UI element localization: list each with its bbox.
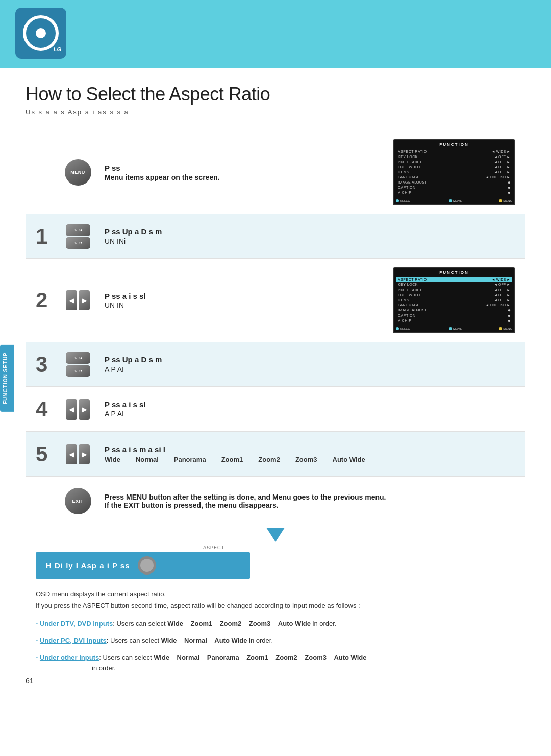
step-text-5: P ss a i s m a si l Wide Normal Panorama… bbox=[99, 445, 515, 463]
mini-screen-rows: ASPECT RATIO ◄ WIDE ► KEY LOCK ◄ OFF ► P… bbox=[396, 149, 512, 198]
step-text-4: P ss a i s sl A P AI bbox=[99, 400, 515, 418]
step-text-3: P ss Up a D s m A P AI bbox=[99, 355, 515, 373]
mini-row-h6: IMAGE ADJUST ◆ bbox=[396, 308, 512, 312]
mini-row-8: V-CHIP ◆ bbox=[396, 190, 512, 195]
mini-screen-rows-2: ASPECT RATIO ◄ WIDE ► KEY LOCK ◄ OFF ► P… bbox=[396, 277, 512, 326]
exit-button-icon: EXIT bbox=[64, 487, 92, 515]
lr-btn-5: ◀ ▶ bbox=[66, 444, 90, 464]
ud-bot-1: FOR▼ bbox=[66, 237, 90, 249]
final-row: EXIT Press MENU button after the setting… bbox=[26, 477, 525, 525]
display-banner: ASPECT H Di ly I Asp a i P ss bbox=[36, 552, 250, 579]
logo-text: LG bbox=[54, 46, 61, 53]
info-text-2: If you press the ASPECT button second ti… bbox=[36, 600, 515, 611]
page-number: 61 bbox=[26, 676, 34, 685]
option-wide: Wide bbox=[105, 456, 120, 463]
mini-screen-step2: FUNCTION ASPECT RATIO ◄ WIDE ► KEY LOCK … bbox=[393, 267, 515, 333]
mini-row-5: LANGUAGE ◄ ENGLISH ► bbox=[396, 175, 512, 179]
option-zoom2: Zoom2 bbox=[258, 456, 280, 463]
mini-row-3: FULL WHITE ◄ OFF ► bbox=[396, 165, 512, 169]
step5-btn-icon: ◀ ▶ bbox=[64, 440, 92, 468]
option-autowide: Auto Wide bbox=[333, 456, 365, 463]
step-num-2: 2 bbox=[36, 290, 61, 311]
step-row-1: 1 FOR▲ FOR▼ P ss Up a D s m UN INi bbox=[26, 214, 525, 259]
option-normal: Normal bbox=[136, 456, 159, 463]
option-panorama: Panorama bbox=[174, 456, 206, 463]
bullet-section: - Under DTV, DVD inputs: Users can selec… bbox=[26, 619, 525, 673]
mini-row-7: CAPTION ◆ bbox=[396, 185, 512, 190]
ud-top-1: FOR▲ bbox=[66, 224, 90, 236]
step4-btn-icon: ◀ ▶ bbox=[64, 395, 92, 423]
info-text-1: OSD menu displays the current aspect rat… bbox=[36, 589, 515, 600]
mini-row-h3: FULL WHITE ◄ OFF ► bbox=[396, 293, 512, 297]
mini-row-h1: KEY LOCK ◄ OFF ► bbox=[396, 282, 512, 287]
option-zoom3: Zoom3 bbox=[295, 456, 317, 463]
mini-row-h2: PIXEL SHIFT ◄ OFF ► bbox=[396, 288, 512, 292]
step4-desc: A P AI bbox=[105, 410, 515, 418]
lr-btn-4: ◀ ▶ bbox=[66, 399, 90, 420]
step-zero-press: P ss bbox=[105, 164, 388, 172]
step1-btn-icon: FOR▲ FOR▼ bbox=[64, 222, 92, 250]
bullet-item-3: - Under other inputs: Users can select W… bbox=[36, 653, 515, 674]
page-subtitle: Us s a a s Asp a i as s s a bbox=[26, 108, 525, 116]
mini-screen-header: FUNCTION bbox=[396, 142, 512, 148]
mini-screen-footer-2: SELECT MOVE MENU bbox=[396, 326, 512, 330]
step-num-5: 5 bbox=[36, 444, 61, 465]
exit-text2: If the EXIT button is pressed, the menu … bbox=[105, 501, 515, 509]
step-row-2: 2 ◀ ▶ P ss a i s sl UN IN FUNCTION ASPEC… bbox=[26, 259, 525, 342]
mini-row-6: IMAGE ADJUST ◆ bbox=[396, 180, 512, 185]
step-num-3: 3 bbox=[36, 354, 61, 375]
step-row-3: 3 FOR▲ FOR▼ P ss Up a D s m A P AI bbox=[26, 342, 525, 387]
bullet-item-2: - Under PC, DVI inputs: Users can select… bbox=[36, 636, 515, 646]
step-row-5: 5 ◀ ▶ P ss a i s m a si l Wide Normal Pa… bbox=[26, 432, 525, 477]
lr-left-2: ◀ bbox=[66, 290, 77, 310]
exit-text: Press MENU button after the setting is d… bbox=[99, 493, 515, 509]
lr-btn-2: ◀ ▶ bbox=[66, 290, 90, 310]
display-section: ASPECT H Di ly I Asp a i P ss bbox=[26, 552, 525, 579]
step3-title: P ss Up a D s m bbox=[105, 355, 515, 364]
mini-row-0: ASPECT RATIO ◄ WIDE ► bbox=[396, 149, 512, 154]
mini-row-4: DPMS ◄ OFF ► bbox=[396, 170, 512, 174]
mini-row-1: KEY LOCK ◄ OFF ► bbox=[396, 154, 512, 159]
bullet-item-1: - Under DTV, DVD inputs: Users can selec… bbox=[36, 619, 515, 630]
down-arrow-container bbox=[26, 525, 525, 547]
mini-row-h8: V-CHIP ◆ bbox=[396, 318, 512, 323]
main-content: How to Select the Aspect Ratio Us s a a … bbox=[0, 68, 551, 695]
menu-button-icon: MENU bbox=[64, 159, 92, 187]
mini-screen-step0: FUNCTION ASPECT RATIO ◄ WIDE ► KEY LOCK … bbox=[393, 139, 515, 205]
step5-options: Wide Normal Panorama Zoom1 Zoom2 Zoom3 A… bbox=[105, 456, 515, 463]
logo-circle bbox=[23, 15, 59, 51]
aspect-circle-inner bbox=[140, 559, 154, 572]
mini-screen-header-2: FUNCTION bbox=[396, 270, 512, 276]
step1-desc: UN INi bbox=[105, 237, 515, 245]
side-tab: FUNCTION SETUP bbox=[0, 345, 14, 412]
step-num-1: 1 bbox=[36, 226, 61, 247]
step-text-2: P ss a i s sl UN IN bbox=[99, 292, 388, 309]
step3-btn-icon: FOR▲ FOR▼ bbox=[64, 350, 92, 378]
lr-right-2: ▶ bbox=[79, 290, 90, 310]
aspect-label-above: ASPECT bbox=[203, 545, 224, 550]
step1-title: P ss Up a D s m bbox=[105, 227, 515, 236]
step5-title: P ss a i s m a si l bbox=[105, 445, 515, 454]
option-zoom1: Zoom1 bbox=[221, 456, 243, 463]
aspect-circle-icon bbox=[138, 556, 156, 575]
step-num-4: 4 bbox=[36, 399, 61, 420]
logo-box: LG bbox=[15, 8, 66, 59]
page-title: How to Select the Aspect Ratio bbox=[26, 84, 525, 105]
ud-btn-3: FOR▲ FOR▼ bbox=[66, 352, 90, 377]
mini-row-2: PIXEL SHIFT ◄ OFF ► bbox=[396, 160, 512, 164]
menu-btn: MENU bbox=[65, 159, 91, 186]
info-text-block: OSD menu displays the current aspect rat… bbox=[26, 589, 525, 611]
mini-row-h0: ASPECT RATIO ◄ WIDE ► bbox=[396, 277, 512, 282]
step2-title: P ss a i s sl bbox=[105, 292, 388, 300]
ud-btn-1: FOR▲ FOR▼ bbox=[66, 224, 90, 249]
step2-btn-icon: ◀ ▶ bbox=[64, 286, 92, 315]
logo-inner bbox=[36, 28, 46, 38]
exit-text1: Press MENU button after the setting is d… bbox=[105, 493, 515, 501]
ud-bot-3: FOR▼ bbox=[66, 365, 90, 377]
step-row-4: 4 ◀ ▶ P ss a i s sl A P AI bbox=[26, 387, 525, 432]
step4-title: P ss a i s sl bbox=[105, 400, 515, 409]
lr-left-5: ◀ bbox=[66, 444, 77, 464]
steps-area: MENU P ss Menu items appear on the scree… bbox=[26, 131, 525, 477]
lr-right-5: ▶ bbox=[79, 444, 90, 464]
mini-row-h7: CAPTION ◆ bbox=[396, 313, 512, 318]
